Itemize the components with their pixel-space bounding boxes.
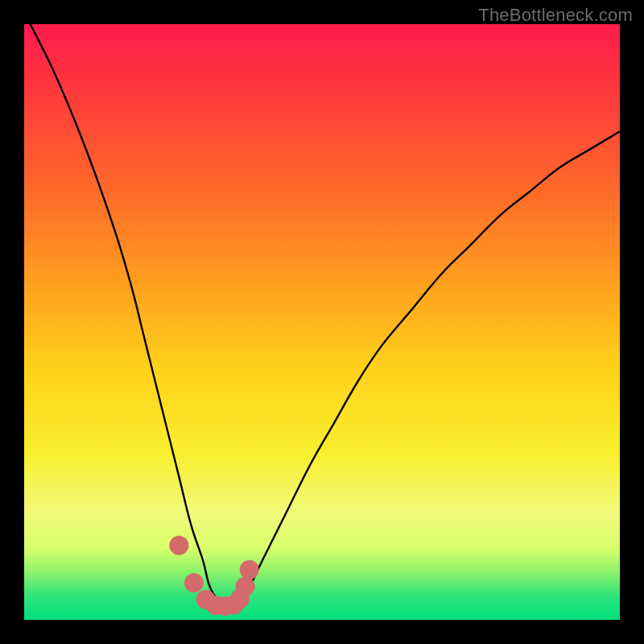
highlight-dot (240, 560, 259, 580)
plot-area (24, 24, 620, 620)
highlight-dot (169, 536, 188, 555)
chart-frame: TheBottleneck.com (0, 0, 644, 644)
bottleneck-curve (24, 12, 620, 602)
highlight-dot (184, 573, 204, 592)
highlight-dots (169, 536, 258, 616)
highlight-dot (236, 577, 255, 597)
watermark-text: TheBottleneck.com (478, 5, 633, 26)
curve-svg (24, 24, 620, 620)
